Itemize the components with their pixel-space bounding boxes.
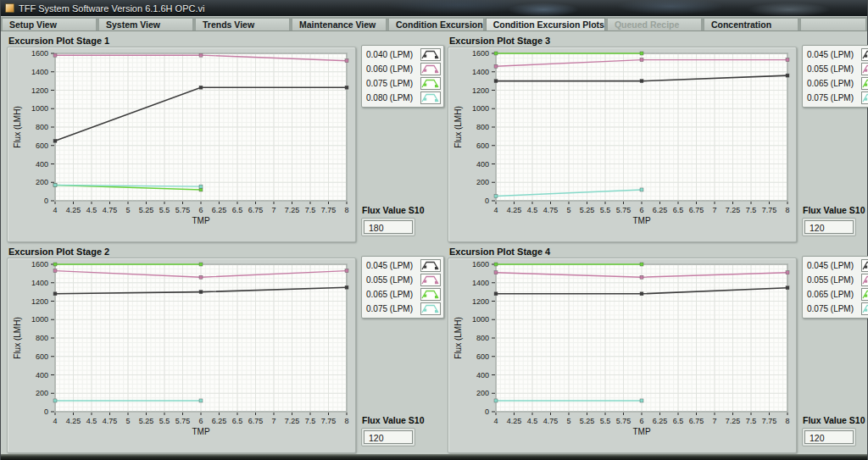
graph-frame: 44.254.54.7555.255.55.7566.256.56.7577.2… xyxy=(448,258,797,453)
plot-style-icon[interactable] xyxy=(861,274,868,286)
x-tick-label: 7 xyxy=(271,206,275,214)
flux-value-label: Flux Value S10 xyxy=(803,205,868,215)
legend-item[interactable]: 0.060 (LPM) xyxy=(366,62,441,76)
y-tick-label: 400 xyxy=(36,160,48,169)
legend-label: 0.055 (LPM) xyxy=(366,275,413,285)
legend-item[interactable]: 0.075 (LPM) xyxy=(366,302,441,316)
flux-value-label: Flux Value S10 xyxy=(362,415,444,425)
x-tick-label: 7.75 xyxy=(762,417,777,425)
x-tick-label: 5.5 xyxy=(600,206,611,214)
legend-item[interactable]: 0.055 (LPM) xyxy=(807,273,868,287)
flux-value-input[interactable]: 120 xyxy=(804,430,854,444)
plot-style-icon[interactable] xyxy=(861,259,868,272)
x-tick-label: 4.5 xyxy=(527,206,538,214)
legend-item[interactable]: 0.065 (LPM) xyxy=(807,287,868,302)
tab-concentration[interactable]: Concentration xyxy=(704,18,798,30)
plot-style-icon[interactable] xyxy=(861,91,868,104)
x-tick-label: 7.25 xyxy=(285,206,300,214)
x-tick-label: 5 xyxy=(566,417,570,425)
flux-value-label: Flux Value S10 xyxy=(362,205,444,215)
y-tick-label: 0 xyxy=(44,407,48,416)
series-marker xyxy=(53,53,57,57)
legend-label: 0.055 (LPM) xyxy=(807,64,854,74)
series-marker xyxy=(786,58,789,62)
plot-style-icon[interactable] xyxy=(420,77,441,90)
plot-style-icon[interactable] xyxy=(420,63,441,75)
x-tick-label: 5.75 xyxy=(175,417,191,425)
plot-style-icon[interactable] xyxy=(420,48,441,61)
series-marker xyxy=(199,188,203,191)
x-axis-label: TMP xyxy=(192,427,209,436)
series-marker xyxy=(640,80,643,83)
plot-legend: 0.045 (LPM)0.055 (LPM)0.065 (LPM)0.075 (… xyxy=(802,256,868,319)
y-tick-label: 0 xyxy=(485,197,489,205)
legend-item[interactable]: 0.045 (LPM) xyxy=(807,258,868,273)
plot-style-icon[interactable] xyxy=(420,288,441,301)
flux-value-input[interactable]: 180 xyxy=(364,220,413,234)
legend-item[interactable]: 0.065 (LPM) xyxy=(807,76,868,91)
plot-legend: 0.040 (LPM)0.060 (LPM)0.075 (LPM)0.080 (… xyxy=(361,45,444,108)
legend-item[interactable]: 0.080 (LPM) xyxy=(366,91,441,105)
y-tick-label: 200 xyxy=(36,389,48,397)
legend-item[interactable]: 0.055 (LPM) xyxy=(807,62,868,76)
side-column: 0.045 (LPM)0.055 (LPM)0.065 (LPM)0.075 (… xyxy=(802,34,868,243)
legend-label: 0.080 (LPM) xyxy=(366,93,413,103)
x-tick-label: 6.25 xyxy=(212,417,227,425)
x-tick-label: 5 xyxy=(566,206,570,214)
y-tick-label: 600 xyxy=(476,141,489,150)
x-tick-label: 4.5 xyxy=(86,417,97,425)
plot-style-icon[interactable] xyxy=(861,48,868,61)
plot-style-icon[interactable] xyxy=(861,288,868,301)
window-title: TFF System Software Version 6.1.6H OPC.v… xyxy=(19,3,204,14)
x-tick-label: 5.5 xyxy=(159,417,170,425)
plot-style-icon[interactable] xyxy=(420,274,441,286)
legend-item[interactable]: 0.045 (LPM) xyxy=(366,258,441,273)
y-tick-label: 400 xyxy=(476,160,489,169)
tab-maintenance-view[interactable]: Maintenance View xyxy=(292,18,387,30)
legend-item[interactable]: 0.065 (LPM) xyxy=(366,287,441,302)
flux-value-group: Flux Value S10 120 xyxy=(361,415,444,446)
flux-value-input[interactable]: 120 xyxy=(804,220,854,234)
series-marker xyxy=(494,270,498,274)
series-marker xyxy=(199,185,203,188)
x-tick-label: 4.25 xyxy=(507,206,522,214)
series-marker xyxy=(199,263,203,266)
plot-style-icon[interactable] xyxy=(861,302,868,315)
stage-2-section: Excursion Plot Stage 2 44.254.54.7555.25… xyxy=(5,244,446,455)
plot-style-icon[interactable] xyxy=(420,302,441,315)
plot-style-icon[interactable] xyxy=(420,91,441,104)
series-marker xyxy=(345,285,348,289)
series-marker xyxy=(786,74,789,77)
stage-1-section: Excursion Plot Stage 1 44.254.54.7555.25… xyxy=(5,33,446,244)
flux-value-input[interactable]: 120 xyxy=(364,430,413,444)
plot-style-icon[interactable] xyxy=(861,63,868,75)
legend-label: 0.065 (LPM) xyxy=(807,290,854,299)
y-tick-label: 600 xyxy=(36,352,48,360)
vi-window-icon xyxy=(5,3,14,13)
x-tick-label: 6.5 xyxy=(232,417,243,425)
legend-item[interactable]: 0.075 (LPM) xyxy=(807,91,868,105)
tab-system-view[interactable]: System View xyxy=(98,18,193,30)
tab-condition-excursion-plots[interactable]: Condition Excursion Plots xyxy=(486,18,605,30)
legend-item[interactable]: 0.075 (LPM) xyxy=(366,76,441,91)
tab-condition-excursion[interactable]: Condition Excursion xyxy=(388,18,484,30)
plot-style-icon[interactable] xyxy=(420,259,441,272)
x-tick-label: 8 xyxy=(785,206,789,214)
plot-style-icon[interactable] xyxy=(861,77,868,90)
x-tick-label: 6 xyxy=(639,206,643,214)
legend-item[interactable]: 0.045 (LPM) xyxy=(807,47,868,62)
series-marker xyxy=(786,270,789,274)
legend-label: 0.075 (LPM) xyxy=(366,79,413,88)
stage-3-section: Excursion Plot Stage 3 44.254.54.7555.25… xyxy=(446,33,868,244)
app-window: TFF System Software Version 6.1.6H OPC.v… xyxy=(0,0,868,460)
tab-trends-view[interactable]: Trends View xyxy=(195,18,290,30)
y-tick-label: 1400 xyxy=(31,278,48,286)
legend-item[interactable]: 0.040 (LPM) xyxy=(366,47,441,62)
graph-frame: 44.254.54.7555.255.55.7566.256.56.7577.2… xyxy=(448,47,797,242)
series-marker xyxy=(640,263,643,266)
y-tick-label: 800 xyxy=(476,334,489,342)
tab-setup-view[interactable]: Setup View xyxy=(2,18,97,30)
y-tick-label: 1000 xyxy=(472,104,489,113)
legend-item[interactable]: 0.075 (LPM) xyxy=(807,302,868,316)
legend-item[interactable]: 0.055 (LPM) xyxy=(366,273,441,287)
